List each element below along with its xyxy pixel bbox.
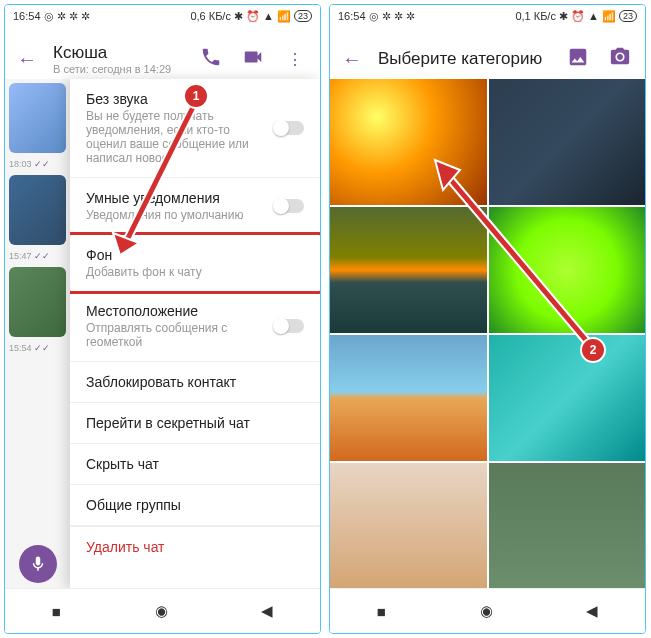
menu-icon[interactable]: ⋮ [282,50,308,69]
mic-button[interactable] [19,545,57,583]
item-title: Перейти в секретный чат [86,415,304,431]
camera-icon[interactable] [607,46,633,72]
bg-option-fire[interactable] [330,79,487,205]
toggle[interactable] [274,121,304,135]
bg-option-desert[interactable] [330,335,487,461]
step-badge-1: 1 [183,83,209,109]
gallery-icon[interactable] [565,46,591,72]
item-title: Удалить чат [86,539,304,555]
sticker [9,175,66,245]
setting-удалить-чат[interactable]: Удалить чат [70,526,320,567]
bg-option-ocean[interactable] [489,335,646,461]
nav-bar: ■ ◉ ◀ [330,588,645,633]
bg-option-sand[interactable] [330,463,487,589]
item-subtitle: Уведомления по умолчанию [86,208,304,222]
item-subtitle: Вы не будете получать уведомления, если … [86,109,304,165]
bg-option-sunset[interactable] [330,207,487,333]
setting-перейти-в-секретный-чат[interactable]: Перейти в секретный чат [70,403,320,444]
sticker [9,83,66,153]
video-icon[interactable] [240,46,266,72]
step-badge-2: 2 [580,337,606,363]
nav-bar: ■ ◉ ◀ [5,588,320,633]
item-title: Скрыть чат [86,456,304,472]
toggle[interactable] [274,319,304,333]
status-data: 0,1 КБ/с [515,10,556,22]
nav-home[interactable]: ◉ [480,602,493,620]
last-seen: В сети: сегодня в 14:29 [53,63,182,75]
setting-фон[interactable]: ФонДобавить фон к чату [70,232,320,294]
battery-icon: 23 [294,10,312,22]
timestamp: 15:47 ✓✓ [5,249,70,263]
setting-умные-уведомления[interactable]: Умные уведомленияУведомления по умолчани… [70,178,320,235]
phone-right: 16:54 ◎ ✲ ✲ ✲ 0,1 КБ/с ✱ ⏰ ▲ 📶 23 ← Выбе… [329,4,646,634]
timestamp: 18:03 ✓✓ [5,157,70,171]
item-subtitle: Добавить фон к чату [86,265,304,279]
settings-panel: Без звукаВы не будете получать уведомлен… [70,79,320,589]
sticker [9,267,66,337]
item-title: Местоположение [86,303,304,319]
back-icon[interactable]: ← [17,48,37,71]
item-title: Общие группы [86,497,304,513]
status-data: 0,6 КБ/с [190,10,231,22]
back-icon[interactable]: ← [342,48,362,71]
bg-option-leaf[interactable] [489,207,646,333]
chat-strip: 18:03 ✓✓ 15:47 ✓✓ 15:54 ✓✓ [5,79,70,589]
setting-заблокировать-контакт[interactable]: Заблокировать контакт [70,362,320,403]
contact-name: Ксюша [53,43,182,63]
background-gallery [330,79,645,589]
page-title: Выберите категорию [378,49,549,69]
item-title: Умные уведомления [86,190,304,206]
setting-общие-группы[interactable]: Общие группы [70,485,320,526]
toggle[interactable] [274,199,304,213]
nav-home[interactable]: ◉ [155,602,168,620]
nav-recent[interactable]: ■ [52,603,61,620]
item-title: Заблокировать контакт [86,374,304,390]
timestamp: 15:54 ✓✓ [5,341,70,355]
item-title: Фон [86,247,304,263]
status-time: 16:54 [13,10,41,22]
call-icon[interactable] [198,46,224,72]
nav-recent[interactable]: ■ [377,603,386,620]
status-time: 16:54 [338,10,366,22]
status-bar: 16:54 ◎ ✲ ✲ ✲ 0,1 КБ/с ✱ ⏰ ▲ 📶 23 [330,5,645,27]
bg-option-green[interactable] [489,463,646,589]
status-bar: 16:54 ◎ ✲ ✲ ✲ 0,6 КБ/с ✱ ⏰ ▲ 📶 23 [5,5,320,27]
battery-icon: 23 [619,10,637,22]
nav-back[interactable]: ◀ [261,602,273,620]
setting-местоположение[interactable]: МестоположениеОтправлять сообщения с гео… [70,291,320,362]
nav-back[interactable]: ◀ [586,602,598,620]
setting-скрыть-чат[interactable]: Скрыть чат [70,444,320,485]
bg-option-storm[interactable] [489,79,646,205]
item-subtitle: Отправлять сообщения с геометкой [86,321,304,349]
phone-left: 16:54 ◎ ✲ ✲ ✲ 0,6 КБ/с ✱ ⏰ ▲ 📶 23 ← Ксюш… [4,4,321,634]
